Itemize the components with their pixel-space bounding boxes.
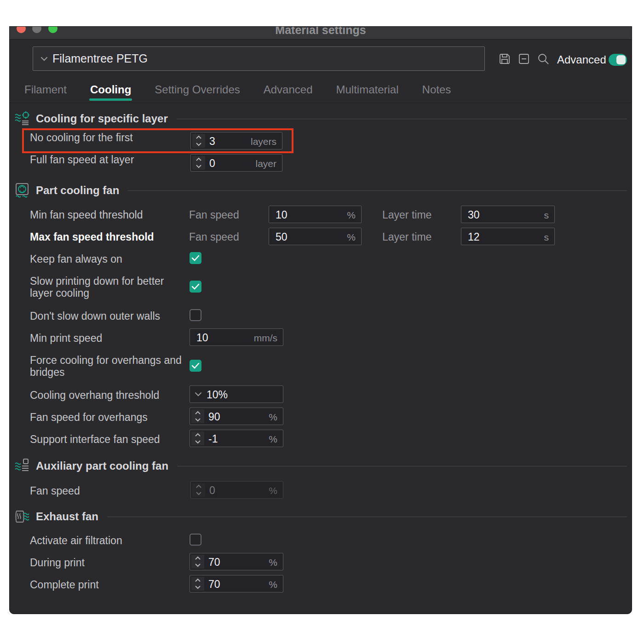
setting-label-no-cooling-first: No cooling for the first [30, 132, 133, 144]
section-aux-cooling-fan: Auxiliary part cooling fan [14, 458, 627, 474]
tab-multimaterial[interactable]: Multimaterial [335, 80, 400, 101]
tab-cooling[interactable]: Cooling [89, 80, 132, 101]
input-min-threshold-layer-time[interactable]: 30 s [461, 206, 555, 223]
checkbox-force-cooling[interactable] [190, 360, 201, 372]
input-min-threshold-fan-speed[interactable]: 10 % [269, 206, 362, 223]
input-during-print-fan[interactable]: 70 % [190, 553, 283, 570]
section-divider [177, 119, 627, 119]
setting-label-min-print-speed: Min print speed [30, 332, 102, 344]
input-unit: % [269, 485, 277, 496]
setting-label-full-fan-layer: Full fan speed at layer [30, 154, 134, 166]
setting-label-during-print: During print [30, 557, 85, 569]
spinner-arrows-icon[interactable] [192, 134, 205, 148]
input-value: -1 [208, 433, 218, 445]
chevron-down-icon [40, 54, 49, 63]
input-overhang-fan-speed[interactable]: 90 % [190, 408, 283, 425]
sub-label-fan-speed: Fan speed [189, 231, 239, 243]
section-title: Cooling for specific layer [36, 112, 168, 125]
setting-label-slow-printing: Slow printing down for better layer cool… [30, 275, 189, 299]
spinner-arrows-icon[interactable] [191, 431, 204, 445]
material-settings-dialog: Material settings Filamentree PETG Advan… [9, 26, 632, 614]
section-divider [128, 190, 627, 191]
input-no-cooling-first-layers[interactable]: 3 layers [190, 132, 282, 150]
chevron-down-icon [194, 390, 203, 398]
input-unit: % [347, 210, 356, 221]
input-unit: % [269, 434, 277, 445]
advanced-mode-toggle[interactable] [609, 54, 627, 66]
input-value: 10 [276, 209, 288, 221]
tab-filament[interactable]: Filament [23, 80, 68, 101]
input-value: 30 [468, 209, 480, 221]
input-max-threshold-fan-speed[interactable]: 50 % [269, 228, 362, 245]
checkbox-air-filtration[interactable] [190, 534, 201, 546]
input-max-threshold-layer-time[interactable]: 12 s [461, 228, 555, 245]
spinner-arrows-icon[interactable] [191, 555, 204, 569]
setting-label-dont-slow-outer: Don't slow down outer walls [30, 310, 160, 322]
input-complete-print-fan[interactable]: 70 % [190, 575, 283, 592]
input-unit: % [269, 557, 277, 568]
input-value: 12 [468, 231, 480, 243]
spinner-arrows-icon [192, 483, 205, 497]
setting-label-support-fan: Support interface fan speed [30, 433, 160, 445]
toggle-knob [616, 55, 626, 64]
tab-notes[interactable]: Notes [421, 80, 452, 101]
input-unit: s [544, 210, 549, 221]
input-min-print-speed[interactable]: 10 mm/s [190, 328, 283, 346]
titlebar: Material settings [10, 27, 632, 40]
setting-label-keep-fan-on: Keep fan always on [30, 253, 122, 265]
sub-label-fan-speed: Fan speed [189, 209, 239, 221]
section-divider [177, 466, 627, 466]
cooling-layer-icon [14, 111, 30, 126]
spinner-arrows-icon[interactable] [191, 409, 204, 423]
setting-label-overhang-threshold: Cooling overhang threshold [30, 389, 159, 401]
input-support-interface-fan-speed[interactable]: -1 % [190, 430, 283, 447]
setting-label-overhang-fan: Fan speed for overhangs [30, 411, 148, 423]
input-value: 70 [208, 556, 220, 569]
section-cooling-specific-layer: Cooling for specific layer [14, 111, 627, 126]
checkbox-keep-fan-on[interactable] [190, 252, 201, 264]
input-value: 3 [209, 135, 215, 148]
input-unit: layer [255, 158, 276, 169]
exhaust-fan-icon [14, 509, 30, 524]
part-fan-icon [14, 183, 30, 198]
preset-dropdown[interactable]: Filamentree PETG [33, 46, 485, 71]
tab-advanced[interactable]: Advanced [263, 80, 314, 101]
remove-icon[interactable] [518, 52, 530, 65]
input-value: 90 [208, 411, 220, 423]
settings-tabs: Filament Cooling Setting Overrides Advan… [10, 79, 632, 103]
section-part-cooling-fan: Part cooling fan [14, 183, 627, 198]
checkbox-dont-slow-outer[interactable] [190, 309, 201, 321]
dropdown-value: 10% [207, 389, 228, 401]
setting-label-complete-print: Complete print [30, 579, 99, 591]
input-unit: % [347, 232, 356, 243]
spinner-arrows-icon[interactable] [191, 577, 204, 591]
input-value: 0 [209, 484, 215, 497]
section-exhaust-fan: Exhaust fan [14, 509, 627, 524]
input-full-fan-speed-layer[interactable]: 0 layer [190, 154, 282, 172]
window-title: Material settings [10, 27, 632, 37]
section-title: Part cooling fan [36, 184, 119, 197]
section-divider [107, 517, 627, 517]
input-value: 0 [209, 157, 215, 170]
input-unit: % [269, 579, 277, 590]
sub-label-layer-time: Layer time [382, 209, 431, 221]
advanced-mode-label: Advanced [557, 53, 606, 66]
setting-label-aux-fan-speed: Fan speed [30, 485, 80, 497]
aux-fan-icon [14, 458, 30, 474]
tab-setting-overrides[interactable]: Setting Overrides [154, 80, 241, 101]
input-unit: % [269, 412, 277, 423]
spinner-arrows-icon[interactable] [192, 156, 205, 170]
setting-label-air-filtration: Activate air filtration [30, 535, 122, 546]
save-icon[interactable] [498, 52, 511, 65]
input-unit: mm/s [254, 333, 277, 344]
checkbox-slow-printing[interactable] [190, 281, 201, 293]
sub-label-layer-time: Layer time [382, 231, 431, 243]
input-unit: s [544, 232, 549, 243]
section-title: Exhaust fan [36, 510, 98, 523]
setting-label-min-fan-threshold: Min fan speed threshold [30, 209, 143, 221]
setting-label-force-cooling: Force cooling for overhangs and bridges [30, 354, 189, 378]
input-value: 70 [208, 578, 220, 591]
input-unit: layers [251, 136, 276, 147]
search-icon[interactable] [537, 52, 550, 65]
dropdown-overhang-threshold[interactable]: 10% [190, 385, 283, 403]
